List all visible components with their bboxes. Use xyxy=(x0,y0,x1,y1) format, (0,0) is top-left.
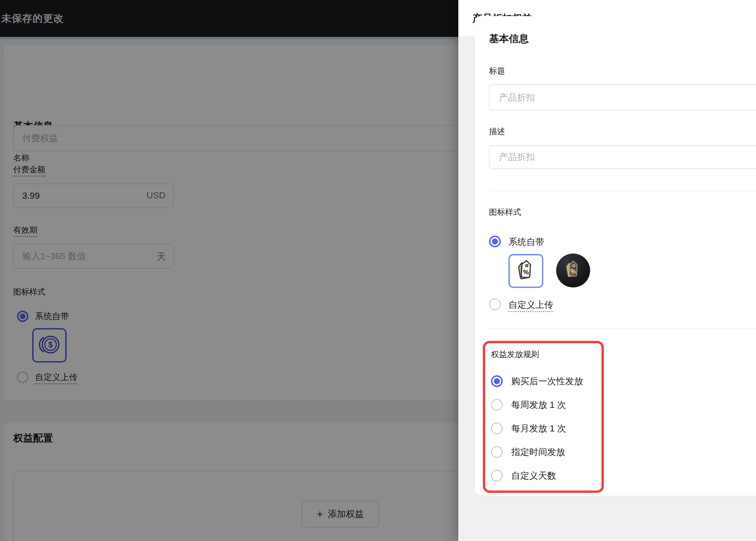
rule-weekly-radio[interactable] xyxy=(491,399,503,411)
discount-tag-icon: % xyxy=(514,258,538,284)
issuance-rules-label: 权益发放规则 xyxy=(491,349,596,360)
svg-text:%: % xyxy=(523,268,530,276)
drawer-title-input[interactable] xyxy=(489,85,756,110)
divider xyxy=(489,328,756,329)
issuance-rules-highlight-box: 权益发放规则 购买后一次性发放 每周发放 1 次 每月发放 1 次 指定时间发放 xyxy=(483,341,604,493)
drawer-title-label: 标题 xyxy=(489,66,505,77)
rule-option-row[interactable]: 指定时间发放 xyxy=(491,446,596,458)
rule-once-radio[interactable] xyxy=(491,375,503,387)
drawer-basic-heading: 基本信息 xyxy=(489,32,529,45)
svg-text:%: % xyxy=(570,268,576,275)
modal-dim-overlay[interactable] xyxy=(0,0,458,541)
discount-tag-dark-icon: % xyxy=(562,259,584,282)
rule-once-label: 购买后一次性发放 xyxy=(511,375,583,387)
drawer-custom-upload-radio[interactable] xyxy=(489,298,501,310)
rule-custom-days-radio[interactable] xyxy=(491,470,503,482)
discount-tag-dark-icon-option[interactable]: % xyxy=(556,254,590,287)
rule-custom-days-label: 自定义天数 xyxy=(511,470,556,482)
divider xyxy=(489,191,756,191)
benefit-detail-drawer: 产品折扣权益 基本信息 标题 描述 图标样式 系统自带 xyxy=(458,0,756,541)
rule-option-row[interactable]: 每月发放 1 次 xyxy=(491,423,596,434)
drawer-desc-label: 描述 xyxy=(489,126,505,137)
screen: 未保存的更改 基本信息 名称 付费金额 USD 有效期 天 图标样式 系统自带 xyxy=(0,0,756,541)
discount-tag-icon-option[interactable]: % xyxy=(508,254,543,288)
rule-monthly-label: 每月发放 1 次 xyxy=(511,423,566,434)
rule-weekly-label: 每周发放 1 次 xyxy=(511,399,566,411)
rule-scheduled-radio[interactable] xyxy=(491,446,503,458)
rule-option-row[interactable]: 自定义天数 xyxy=(491,470,596,482)
drawer-desc-input[interactable] xyxy=(489,145,756,169)
drawer-custom-upload-radio-label[interactable]: 自定义上传 xyxy=(508,299,553,311)
rule-scheduled-label: 指定时间发放 xyxy=(511,446,565,458)
drawer-content-card: 基本信息 标题 描述 图标样式 系统自带 xyxy=(475,16,756,496)
rule-option-row[interactable]: 每周发放 1 次 xyxy=(491,399,596,411)
drawer-system-icon-radio-label: 系统自带 xyxy=(508,236,544,248)
rule-option-row[interactable]: 购买后一次性发放 xyxy=(491,375,596,387)
drawer-icon-style-label: 图标样式 xyxy=(489,207,521,218)
rule-monthly-radio[interactable] xyxy=(491,423,503,434)
drawer-system-icon-radio[interactable] xyxy=(489,236,501,247)
